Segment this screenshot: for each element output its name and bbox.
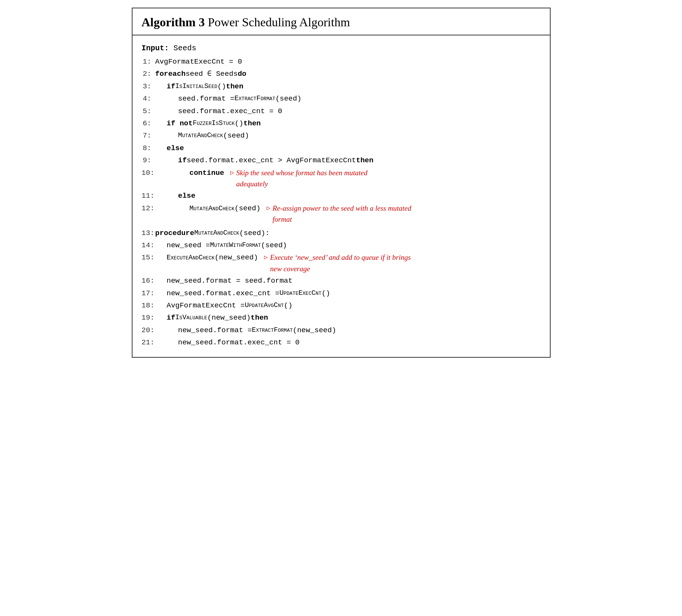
line-with-comment: ExecuteAndCheck(new_seed)▷Execute ‘new_s… [167,252,541,274]
line-number: 3: [142,81,155,92]
line-number: 10: [142,167,155,179]
input-line: Input: Seeds [142,42,541,54]
line-content: seed.format.exec_cnt = 0 [155,106,541,117]
code-lines: 1:AvgFormatExecCnt = 02:foreach seed ∈ S… [142,56,541,349]
code-line: 1:AvgFormatExecCnt = 0 [142,56,541,67]
line-number: 15: [142,252,155,263]
algorithm-title-bold: Algorithm 3 [142,15,205,29]
code-line: 9:if seed.format.exec_cnt > AvgFormatExe… [142,155,541,166]
code-line: 20:new_seed.format = ExtractFormat(new_s… [142,325,541,336]
code-line: 17:new_seed.format.exec_cnt = UpdateExec… [142,288,541,299]
code-line: 13:procedure MutateAndCheck(seed): [142,227,541,239]
line-number: 13: [142,227,155,239]
code-line: 3:if IsInitialSeed() then [142,81,541,92]
line-number: 19: [142,312,155,323]
line-content: new_seed = MutateWithFormat(seed) [155,240,541,251]
line-number: 9: [142,155,155,166]
comment-triangle: ▷ [264,253,268,263]
algorithm-container: Algorithm 3 Power Scheduling Algorithm I… [132,8,551,358]
code-line: 6:if not FuzzerIsStuck() then [142,118,541,129]
line-content: AvgFormatExecCnt = UpdateAvgCnt() [155,300,541,311]
line-number: 1: [142,56,155,67]
input-label: Input: [142,44,169,53]
code-line: 10:continue▷Skip the seed whose format h… [142,167,541,190]
line-number: 17: [142,288,155,299]
line-content: continue▷Skip the seed whose format has … [155,167,541,190]
code-part: continue [190,167,224,179]
line-number: 14: [142,240,155,251]
line-content: MutateAndCheck(seed) [155,130,541,141]
line-number: 4: [142,93,155,104]
comment-block: ▷Re-assign power to the seed with a less… [267,203,426,225]
code-line: 15:ExecuteAndCheck(new_seed)▷Execute ‘ne… [142,252,541,274]
comment-triangle: ▷ [267,204,270,214]
line-content: new_seed.format.exec_cnt = 0 [155,337,541,348]
line-with-comment: MutateAndCheck(seed)▷Re-assign power to … [190,203,541,225]
algorithm-body: Input: Seeds 1:AvgFormatExecCnt = 02:for… [133,35,550,357]
comment-triangle: ▷ [230,168,234,178]
line-content: new_seed.format.exec_cnt = UpdateExecCnt… [155,288,541,299]
line-content: foreach seed ∈ Seeds do [155,68,541,80]
algorithm-title-normal: Power Scheduling Algorithm [205,15,350,29]
line-content: if not FuzzerIsStuck() then [155,118,541,129]
line-number: 12: [142,203,155,214]
comment-text: Skip the seed whose format has been muta… [236,167,390,190]
line-number: 2: [142,68,155,80]
line-number: 18: [142,300,155,311]
code-line: 5:seed.format.exec_cnt = 0 [142,106,541,117]
code-line: 16:new_seed.format = seed.format [142,275,541,286]
line-number: 16: [142,275,155,286]
code-part: MutateAndCheck(seed) [190,203,261,214]
code-line: 2:foreach seed ∈ Seeds do [142,68,541,80]
comment-block: ▷Execute ‘new_seed’ and add to queue if … [264,252,424,274]
code-part: ExecuteAndCheck(new_seed) [167,252,258,263]
line-content: new_seed.format = ExtractFormat(new_seed… [155,325,541,336]
line-content: if seed.format.exec_cnt > AvgFormatExecC… [155,155,541,166]
line-content: procedure MutateAndCheck(seed): [155,227,541,239]
line-content: else [155,190,541,202]
code-line: 19:if IsValuable(new_seed) then [142,312,541,323]
line-content: new_seed.format = seed.format [155,275,541,286]
line-content: seed.format = ExtractFormat(seed) [155,93,541,104]
comment-text: Execute ‘new_seed’ and add to queue if i… [270,252,424,274]
line-number: 6: [142,118,155,129]
code-line: 7:MutateAndCheck(seed) [142,130,541,141]
code-line: 12:MutateAndCheck(seed)▷Re-assign power … [142,203,541,225]
line-number: 20: [142,325,155,336]
algorithm-title: Algorithm 3 Power Scheduling Algorithm [133,8,550,35]
line-content: AvgFormatExecCnt = 0 [155,56,541,67]
input-value: Seeds [169,44,196,53]
comment-block: ▷Skip the seed whose format has been mut… [230,167,390,190]
line-number: 11: [142,190,155,202]
code-line: 11:else [142,190,541,202]
line-content: if IsValuable(new_seed) then [155,312,541,323]
line-number: 5: [142,106,155,117]
comment-text: Re-assign power to the seed with a less … [273,203,426,225]
line-number: 21: [142,337,155,348]
line-content: else [155,142,541,154]
code-line: 8:else [142,142,541,154]
line-content: ExecuteAndCheck(new_seed)▷Execute ‘new_s… [155,252,541,274]
line-with-comment: continue▷Skip the seed whose format has … [190,167,541,190]
code-line: 18:AvgFormatExecCnt = UpdateAvgCnt() [142,300,541,311]
code-line: 21:new_seed.format.exec_cnt = 0 [142,337,541,348]
line-content: if IsInitialSeed() then [155,81,541,92]
line-number: 7: [142,130,155,141]
code-line: 4:seed.format = ExtractFormat(seed) [142,93,541,104]
line-content: MutateAndCheck(seed)▷Re-assign power to … [155,203,541,225]
code-line: 14:new_seed = MutateWithFormat(seed) [142,240,541,251]
line-number: 8: [142,142,155,154]
